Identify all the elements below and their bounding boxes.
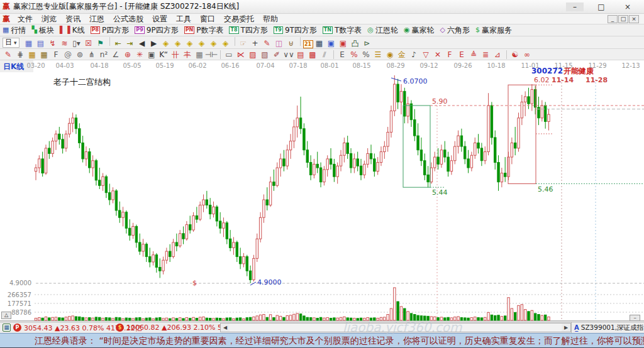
scroll-left-button[interactable]: ◀ [221, 324, 230, 332]
star-icon[interactable]: ✳ [134, 50, 145, 60]
p-table-button[interactable]: PNP数字表 [184, 25, 224, 36]
menu-item-9[interactable]: 帮助 [258, 14, 282, 23]
market-grid-icon[interactable]: ▦ [3, 324, 11, 332]
percent-icon[interactable]: % [360, 50, 372, 60]
menu-item-5[interactable]: 设置 [148, 14, 172, 23]
candle-style-icon[interactable]: ▯▾ [71, 38, 82, 48]
pen-icon[interactable]: ✎ [3, 50, 14, 60]
winner-wheel-button[interactable]: ◉赢家轮 [404, 25, 435, 36]
printer-icon[interactable]: 凸 [350, 38, 361, 48]
gold-text-icon[interactable]: 金 [396, 50, 408, 60]
v-compress-icon[interactable]: ◈ [220, 38, 231, 48]
gann-wheel-button[interactable]: ◎江恩轮 [367, 25, 398, 36]
shade-box-icon[interactable]: ▨ [247, 50, 258, 60]
circle-tool-icon[interactable]: ⊚ [74, 50, 86, 60]
hatch-2-icon[interactable]: ⋔ [86, 50, 97, 60]
menu-item-2[interactable]: 资讯 [61, 14, 85, 23]
h-compress-icon[interactable]: ◈ [196, 38, 208, 48]
winner-service-button[interactable]: $赢家服务 [475, 25, 512, 36]
9t-square-button[interactable]: T99T四方形 [274, 25, 317, 36]
first-bar-icon[interactable]: ⇤ [113, 38, 124, 48]
kline-button[interactable]: ▌▐K线 [60, 25, 85, 36]
hand-icon[interactable]: ☞ [238, 38, 249, 48]
zoom-left-icon[interactable]: ◈ [160, 38, 172, 48]
n-square-icon[interactable]: n² [98, 50, 109, 60]
p-square-button[interactable]: P8P四方形 [91, 25, 130, 36]
f-tool-icon[interactable]: F [50, 50, 62, 60]
gann-fan-red-icon[interactable]: 卄 [170, 50, 181, 60]
spiral-icon[interactable]: @ [62, 50, 74, 60]
save-icon[interactable]: ▣ [326, 38, 337, 48]
horizontal-scrollbar[interactable]: ◀ ▶ [220, 323, 571, 332]
chart-area[interactable]: 江恩工具软件 QQ:100800360财赢赢家聊吧6.07005.905.446… [0, 60, 644, 322]
window-tile-icon[interactable]: ▦ [23, 38, 35, 48]
trend-zigzag-2-icon[interactable]: ≋ [59, 38, 70, 48]
calendar-icon[interactable]: 21 [303, 40, 313, 48]
h-adjust-icon[interactable]: ⊣⊢ [206, 50, 217, 60]
crosshair-icon[interactable]: + [250, 38, 261, 48]
parallel-icon[interactable]: ⫽ [319, 50, 330, 60]
zigzag-tool-icon[interactable]: ∨∨ [283, 50, 294, 60]
h-expand-icon[interactable]: ◈ [184, 38, 196, 48]
funnel-icon[interactable]: ▽ [420, 50, 431, 60]
menu-item-3[interactable]: 江恩 [85, 14, 109, 23]
next-bar-icon[interactable]: ▶ [148, 38, 160, 48]
target-icon[interactable]: ⊕ [122, 50, 133, 60]
restore-button[interactable]: □ [592, 3, 610, 11]
zoom-right-icon[interactable]: ◈ [172, 38, 184, 48]
scroll-right-button[interactable]: ▶ [562, 324, 570, 332]
volume-collapse-button[interactable]: △ [1, 312, 11, 319]
close-button[interactable]: × [619, 3, 636, 11]
calculator-icon[interactable]: ▦ [314, 38, 325, 48]
photo-icon[interactable]: ▣ [146, 50, 157, 60]
gann-grid-red-icon[interactable]: 丰 [182, 50, 193, 60]
trend-zigzag-icon[interactable]: ↯ [47, 38, 58, 48]
ratio-icon[interactable]: E [336, 50, 348, 60]
sh-market-icon[interactable]: P [13, 324, 21, 332]
kline-chart[interactable]: 江恩工具软件 QQ:100800360财赢赢家聊吧6.07005.905.446… [0, 60, 644, 322]
export-icon[interactable]: ⊳ [362, 38, 373, 48]
scroll-track[interactable] [230, 324, 562, 332]
menu-item-6[interactable]: 工具 [172, 14, 196, 23]
f-red-icon[interactable]: F [444, 50, 455, 60]
prev-bar-icon[interactable]: ◀ [136, 38, 148, 48]
last-bar-icon[interactable]: ⇥ [125, 38, 136, 48]
select-pen-icon[interactable]: ✎ [262, 38, 273, 48]
t-square-button[interactable]: T8T四方形 [229, 25, 267, 36]
k-quote-icon[interactable]: K“ [158, 50, 169, 60]
money-bag-icon[interactable]: ⊎ [286, 38, 297, 48]
flip-page-icon[interactable]: ◫ [274, 38, 285, 48]
x-line-icon[interactable]: ✕ [432, 50, 443, 60]
hatch-icon[interactable]: ⋕ [14, 50, 26, 60]
hexagon-button[interactable]: ◇六角形 [440, 25, 470, 36]
red-box-grid-icon[interactable]: ▩ [307, 50, 318, 60]
menu-item-4[interactable]: 公式选股 [109, 14, 148, 23]
flag-icon[interactable]: ⚑ [95, 38, 106, 48]
shade-box-2-icon[interactable]: ▧ [259, 50, 270, 60]
menu-item-0[interactable]: 文件 [13, 14, 37, 23]
rect-tool-icon[interactable]: ▭ [223, 50, 235, 60]
period-dropdown[interactable]: 日 ▾ [3, 38, 19, 48]
grid-sm-icon[interactable]: ▦ [194, 50, 205, 60]
t-table-button[interactable]: TNT数字表 [323, 25, 362, 36]
percent-red-icon[interactable]: % [348, 50, 360, 60]
sz-market-icon[interactable]: $ [116, 324, 124, 332]
gold-bars-icon[interactable]: ☰ [372, 50, 384, 60]
angle-icon[interactable]: ∠ [110, 50, 121, 60]
fan-lines-icon[interactable]: ⋉ [235, 50, 247, 60]
slope-icon[interactable]: ⊿ [492, 50, 503, 60]
gold-grid-icon[interactable]: ▦ [26, 50, 38, 60]
clipboard-icon[interactable]: ▤ [35, 38, 47, 48]
layers-icon[interactable]: ≣ [480, 50, 491, 60]
sectors-button[interactable]: ▚板块 [31, 25, 53, 36]
gold-circle-icon[interactable]: ◉ [384, 50, 396, 60]
yinyang-icon[interactable]: ☯ [509, 50, 521, 60]
save-red-icon[interactable]: ▣ [338, 38, 349, 48]
volume-minimize-button[interactable]: － [630, 315, 640, 321]
gold-grid-2-icon[interactable]: ▦ [38, 50, 50, 60]
minimize-button[interactable]: – [566, 3, 584, 11]
index-selector[interactable]: A̲ SZ399001,深证成指 [571, 322, 644, 333]
v-expand-icon[interactable]: ◈ [208, 38, 219, 48]
infinity-icon[interactable]: ∞ [521, 50, 533, 60]
child-minimize-button[interactable]: _ [608, 15, 618, 23]
